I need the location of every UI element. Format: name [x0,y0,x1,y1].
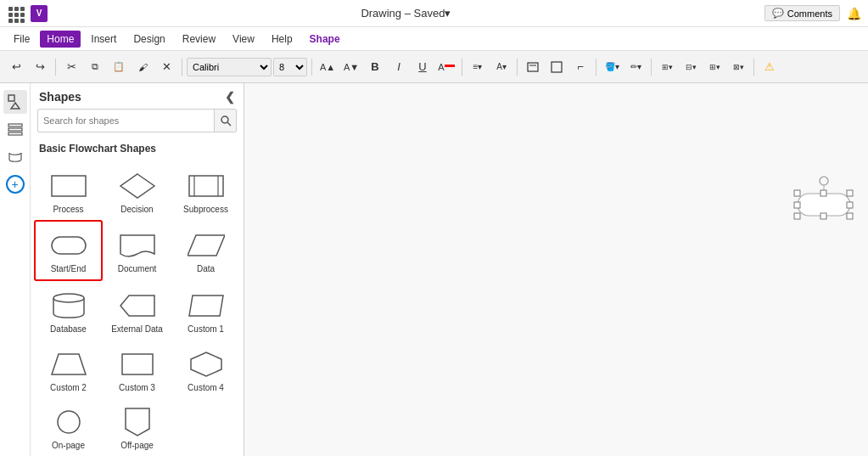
size-button[interactable]: ⊠▾ [727,56,749,78]
shapes-section-title: Basic Flowchart Shapes [31,139,244,161]
shape-decision[interactable]: Decision [103,161,171,220]
redo-button[interactable]: ↪ [29,56,51,78]
shape-database[interactable]: Database [34,281,103,340]
connector-button[interactable]: ⌐ [569,56,591,78]
menu-insert[interactable]: Insert [84,31,123,48]
shape-database-label: Database [50,324,87,334]
toolbar-separator-2 [182,59,182,76]
shapes-panel-header: Shapes ❮ [31,83,244,109]
add-panel-button[interactable]: + [6,175,25,194]
shape-custom2[interactable]: Custom 2 [34,340,103,398]
group-button[interactable]: ⊟▾ [680,56,702,78]
shape-custom2-label: Custom 2 [50,383,87,392]
undo-button[interactable]: ↩ [5,56,27,78]
shape-subprocess[interactable]: Subprocess [171,161,240,220]
svg-point-28 [820,177,828,185]
collapse-panel-button[interactable]: ❮ [225,90,235,104]
shape-custom4-icon [187,349,226,380]
svg-rect-0 [528,63,538,71]
waffle-icon[interactable] [7,5,24,22]
menu-shape[interactable]: Shape [303,31,347,48]
font-size-selector[interactable]: 8 [273,58,307,76]
shape-custom1[interactable]: Custom 1 [171,281,240,340]
bold-button[interactable]: B [364,56,386,78]
fill-color-button[interactable]: 🪣▾ [601,56,623,78]
text-box-button[interactable] [522,56,544,78]
comment-icon: 💬 [772,8,784,19]
search-input[interactable] [38,112,214,129]
shapes-panel: Shapes ❮ Basic Flowchart Shapes Process [31,83,244,456]
layers-nav-icon[interactable] [3,117,27,141]
shape-data-icon [187,230,226,261]
font-selector[interactable]: Calibri [187,58,272,76]
shape-startend-icon [49,230,88,261]
shape-custom4[interactable]: Custom 4 [171,340,240,398]
shape-custom3[interactable]: Custom 3 [103,340,171,398]
menu-home[interactable]: Home [40,31,81,48]
underline-button[interactable]: U [412,56,434,78]
italic-button[interactable]: I [388,56,410,78]
shapes-nav-icon[interactable] [3,90,27,114]
shape-externaldata-label: External Data [111,324,163,334]
shape-subprocess-icon [187,171,226,201]
svg-rect-37 [794,202,800,208]
shape-offpage[interactable]: Off-page [103,397,171,456]
svg-rect-35 [820,213,826,219]
visio-logo: V [31,5,48,22]
paste-button[interactable]: 📋 [108,56,130,78]
copy-button[interactable]: ⧉ [84,56,106,78]
shape-externaldata[interactable]: External Data [103,281,171,340]
svg-rect-32 [820,190,826,196]
menu-help[interactable]: Help [265,31,300,48]
shape-outline-button[interactable] [546,56,568,78]
arrange-button[interactable]: ⊞▾ [656,56,678,78]
shape-document[interactable]: Document [103,220,171,282]
svg-rect-31 [794,190,800,196]
shape-offpage-icon [118,407,157,437]
cut-button[interactable]: ✂ [60,56,82,78]
shape-custom1-icon [187,290,226,321]
svg-rect-30 [798,194,850,216]
shape-offpage-label: Off-page [120,441,154,450]
delete-button[interactable]: ✕ [155,56,177,78]
svg-rect-16 [52,237,86,254]
shape-startend[interactable]: Start/End [34,220,103,282]
svg-rect-38 [847,202,853,208]
title-bar-left: V [7,5,48,22]
align-button[interactable]: ≡▾ [467,56,489,78]
svg-line-10 [227,122,231,126]
shape-custom3-icon [118,349,157,380]
line-color-button[interactable]: ✏▾ [624,56,647,78]
svg-rect-2 [552,62,562,72]
svg-point-18 [53,294,84,302]
menu-review[interactable]: Review [176,31,222,48]
align-objects-button[interactable]: ⊞▾ [703,56,725,78]
menu-view[interactable]: View [226,31,261,48]
drawing-canvas[interactable] [244,83,868,456]
warning-button[interactable]: ⚠ [759,56,781,78]
decrease-font-button[interactable]: A▼ [340,56,362,78]
menu-file[interactable]: File [7,31,36,48]
search-button[interactable] [214,110,236,132]
increase-font-button[interactable]: A▲ [316,56,339,78]
menu-design[interactable]: Design [126,31,171,48]
notification-icon[interactable]: 🔔 [847,7,861,20]
svg-rect-33 [847,190,853,196]
shapes-grid: Process Decision Subprocess [31,161,244,456]
shape-custom1-label: Custom 1 [188,324,224,334]
svg-marker-4 [11,103,20,109]
title-bar: V Drawing – Saved▾ 💬 Comments 🔔 [0,0,868,27]
font-color-button[interactable]: A [435,56,457,78]
shape-data[interactable]: Data [171,220,240,282]
svg-point-9 [221,116,228,123]
format-painter-button[interactable]: 🖌 [132,56,154,78]
canvas-area[interactable] [244,83,868,456]
toolbar-separator-3 [311,59,312,76]
text-style-button[interactable]: A▾ [490,56,512,78]
data-nav-icon[interactable] [3,144,27,168]
shape-custom2-icon [49,349,88,380]
shape-process[interactable]: Process [34,161,103,220]
comments-button[interactable]: 💬 Comments [764,5,840,21]
shape-process-icon [49,171,88,201]
shape-onpage[interactable]: On-page [34,397,103,456]
